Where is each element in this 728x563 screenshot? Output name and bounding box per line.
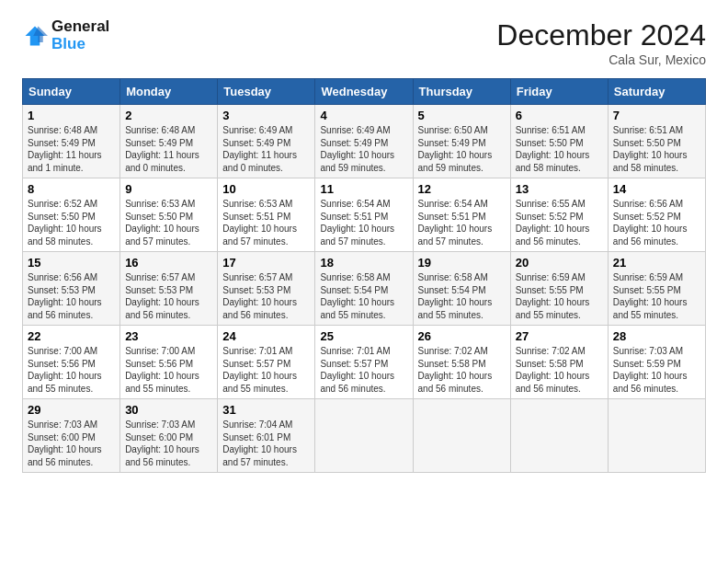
day-info: Sunrise: 6:54 AM Sunset: 5:51 PM Dayligh… xyxy=(320,198,407,247)
day-number: 30 xyxy=(125,403,212,417)
day-number: 4 xyxy=(320,109,407,122)
day-info: Sunrise: 6:59 AM Sunset: 5:55 PM Dayligh… xyxy=(613,271,700,321)
day-cell: 27Sunrise: 7:02 AM Sunset: 5:58 PM Dayli… xyxy=(510,326,608,399)
day-info: Sunrise: 6:51 AM Sunset: 5:50 PM Dayligh… xyxy=(516,124,603,174)
day-cell: 29Sunrise: 7:03 AM Sunset: 6:00 PM Dayli… xyxy=(23,399,120,473)
week-row-1: 1Sunrise: 6:48 AM Sunset: 5:49 PM Daylig… xyxy=(23,105,706,178)
day-number: 17 xyxy=(222,256,310,270)
day-cell: 20Sunrise: 6:59 AM Sunset: 5:55 PM Dayli… xyxy=(510,252,608,326)
logo: General Blue xyxy=(22,18,109,52)
day-cell: 5Sunrise: 6:50 AM Sunset: 5:49 PM Daylig… xyxy=(413,105,510,178)
day-cell: 9Sunrise: 6:53 AM Sunset: 5:50 PM Daylig… xyxy=(120,178,218,252)
day-info: Sunrise: 7:03 AM Sunset: 6:00 PM Dayligh… xyxy=(28,419,115,468)
day-info: Sunrise: 6:56 AM Sunset: 5:53 PM Dayligh… xyxy=(28,271,115,321)
weekday-header-monday: Monday xyxy=(120,79,218,105)
logo-text: General Blue xyxy=(51,18,109,52)
day-info: Sunrise: 7:03 AM Sunset: 6:00 PM Dayligh… xyxy=(125,419,212,468)
day-cell: 19Sunrise: 6:58 AM Sunset: 5:54 PM Dayli… xyxy=(413,252,510,326)
weekday-header-friday: Friday xyxy=(510,79,608,105)
day-cell xyxy=(608,399,705,473)
day-cell xyxy=(315,399,413,473)
day-info: Sunrise: 6:55 AM Sunset: 5:52 PM Dayligh… xyxy=(516,198,603,247)
weekday-header-thursday: Thursday xyxy=(413,79,510,105)
day-info: Sunrise: 6:57 AM Sunset: 5:53 PM Dayligh… xyxy=(222,271,310,321)
day-number: 2 xyxy=(125,109,212,122)
day-cell: 12Sunrise: 6:54 AM Sunset: 5:51 PM Dayli… xyxy=(413,178,510,252)
day-cell: 28Sunrise: 7:03 AM Sunset: 5:59 PM Dayli… xyxy=(608,326,705,399)
day-cell: 11Sunrise: 6:54 AM Sunset: 5:51 PM Dayli… xyxy=(315,178,413,252)
day-cell: 7Sunrise: 6:51 AM Sunset: 5:50 PM Daylig… xyxy=(608,105,705,178)
weekday-header-saturday: Saturday xyxy=(608,79,705,105)
day-number: 5 xyxy=(418,109,506,122)
day-info: Sunrise: 6:57 AM Sunset: 5:53 PM Dayligh… xyxy=(125,271,212,321)
day-info: Sunrise: 6:59 AM Sunset: 5:55 PM Dayligh… xyxy=(516,271,603,321)
day-number: 6 xyxy=(516,109,603,122)
week-row-2: 8Sunrise: 6:52 AM Sunset: 5:50 PM Daylig… xyxy=(23,178,706,252)
day-info: Sunrise: 7:04 AM Sunset: 6:01 PM Dayligh… xyxy=(222,419,310,468)
day-number: 14 xyxy=(613,182,700,196)
day-number: 28 xyxy=(613,329,700,343)
week-row-3: 15Sunrise: 6:56 AM Sunset: 5:53 PM Dayli… xyxy=(23,252,706,326)
day-number: 16 xyxy=(125,256,212,270)
day-number: 25 xyxy=(320,329,407,343)
calendar-table: SundayMondayTuesdayWednesdayThursdayFrid… xyxy=(22,78,706,473)
day-cell: 21Sunrise: 6:59 AM Sunset: 5:55 PM Dayli… xyxy=(608,252,705,326)
day-info: Sunrise: 6:51 AM Sunset: 5:50 PM Dayligh… xyxy=(613,124,700,174)
day-number: 26 xyxy=(418,329,506,343)
day-cell: 31Sunrise: 7:04 AM Sunset: 6:01 PM Dayli… xyxy=(218,399,315,473)
day-cell: 14Sunrise: 6:56 AM Sunset: 5:52 PM Dayli… xyxy=(608,178,705,252)
day-info: Sunrise: 6:58 AM Sunset: 5:54 PM Dayligh… xyxy=(418,271,506,321)
month-title: December 2024 xyxy=(496,18,706,52)
day-number: 24 xyxy=(222,329,310,343)
day-info: Sunrise: 6:50 AM Sunset: 5:49 PM Dayligh… xyxy=(418,124,506,174)
day-number: 21 xyxy=(613,256,700,270)
day-cell: 3Sunrise: 6:49 AM Sunset: 5:49 PM Daylig… xyxy=(218,105,315,178)
day-cell: 26Sunrise: 7:02 AM Sunset: 5:58 PM Dayli… xyxy=(413,326,510,399)
title-block: December 2024 Cala Sur, Mexico xyxy=(496,18,706,67)
day-info: Sunrise: 7:03 AM Sunset: 5:59 PM Dayligh… xyxy=(613,345,700,395)
day-cell: 23Sunrise: 7:00 AM Sunset: 5:56 PM Dayli… xyxy=(120,326,218,399)
day-number: 9 xyxy=(125,182,212,196)
day-number: 11 xyxy=(320,182,407,196)
day-info: Sunrise: 6:58 AM Sunset: 5:54 PM Dayligh… xyxy=(320,271,407,321)
day-cell: 6Sunrise: 6:51 AM Sunset: 5:50 PM Daylig… xyxy=(510,105,608,178)
day-cell: 8Sunrise: 6:52 AM Sunset: 5:50 PM Daylig… xyxy=(23,178,120,252)
day-info: Sunrise: 6:53 AM Sunset: 5:50 PM Dayligh… xyxy=(125,198,212,247)
week-row-4: 22Sunrise: 7:00 AM Sunset: 5:56 PM Dayli… xyxy=(23,326,706,399)
day-number: 29 xyxy=(28,403,115,417)
day-info: Sunrise: 6:48 AM Sunset: 5:49 PM Dayligh… xyxy=(28,124,115,174)
weekday-header-wednesday: Wednesday xyxy=(315,79,413,105)
day-number: 31 xyxy=(222,403,310,417)
day-info: Sunrise: 6:53 AM Sunset: 5:51 PM Dayligh… xyxy=(222,198,310,247)
day-info: Sunrise: 7:00 AM Sunset: 5:56 PM Dayligh… xyxy=(28,345,115,395)
day-cell: 1Sunrise: 6:48 AM Sunset: 5:49 PM Daylig… xyxy=(23,105,120,178)
day-cell: 4Sunrise: 6:49 AM Sunset: 5:49 PM Daylig… xyxy=(315,105,413,178)
weekday-header-sunday: Sunday xyxy=(23,79,120,105)
day-info: Sunrise: 7:01 AM Sunset: 5:57 PM Dayligh… xyxy=(222,345,310,395)
day-cell: 15Sunrise: 6:56 AM Sunset: 5:53 PM Dayli… xyxy=(23,252,120,326)
day-info: Sunrise: 6:52 AM Sunset: 5:50 PM Dayligh… xyxy=(28,198,115,247)
weekday-header-tuesday: Tuesday xyxy=(218,79,315,105)
day-cell: 18Sunrise: 6:58 AM Sunset: 5:54 PM Dayli… xyxy=(315,252,413,326)
day-number: 1 xyxy=(28,109,115,122)
logo-icon xyxy=(22,23,48,49)
location: Cala Sur, Mexico xyxy=(496,52,706,67)
day-cell: 22Sunrise: 7:00 AM Sunset: 5:56 PM Dayli… xyxy=(23,326,120,399)
day-cell: 2Sunrise: 6:48 AM Sunset: 5:49 PM Daylig… xyxy=(120,105,218,178)
day-number: 15 xyxy=(28,256,115,270)
day-number: 23 xyxy=(125,329,212,343)
day-cell: 30Sunrise: 7:03 AM Sunset: 6:00 PM Dayli… xyxy=(120,399,218,473)
day-cell xyxy=(413,399,510,473)
day-number: 12 xyxy=(418,182,506,196)
day-info: Sunrise: 6:56 AM Sunset: 5:52 PM Dayligh… xyxy=(613,198,700,247)
day-info: Sunrise: 6:54 AM Sunset: 5:51 PM Dayligh… xyxy=(418,198,506,247)
day-info: Sunrise: 7:00 AM Sunset: 5:56 PM Dayligh… xyxy=(125,345,212,395)
day-cell xyxy=(510,399,608,473)
calendar-page: General Blue December 2024 Cala Sur, Mex… xyxy=(0,0,728,488)
weekday-header-row: SundayMondayTuesdayWednesdayThursdayFrid… xyxy=(23,79,706,105)
day-cell: 16Sunrise: 6:57 AM Sunset: 5:53 PM Dayli… xyxy=(120,252,218,326)
day-number: 3 xyxy=(222,109,310,122)
day-info: Sunrise: 6:49 AM Sunset: 5:49 PM Dayligh… xyxy=(320,124,407,174)
day-number: 18 xyxy=(320,256,407,270)
day-number: 8 xyxy=(28,182,115,196)
